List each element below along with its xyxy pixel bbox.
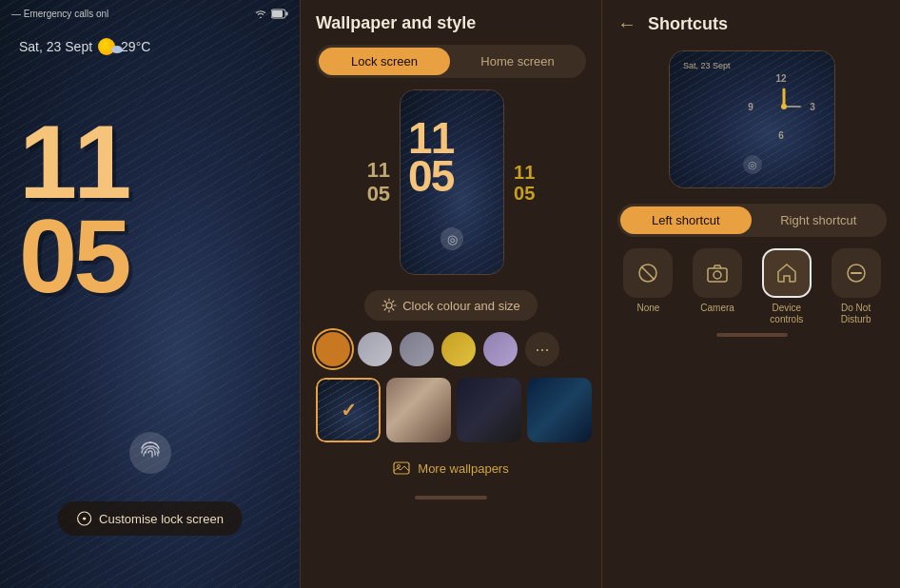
svg-text:12: 12 xyxy=(775,73,787,84)
shortcut-camera-item[interactable]: Camera xyxy=(687,248,749,325)
svg-point-4 xyxy=(386,303,392,308)
shortcuts-header: ← Shortcuts xyxy=(602,0,900,43)
shortcut-tabs: Left shortcut Right shortcut xyxy=(617,204,887,237)
svg-text:9: 9 xyxy=(748,102,753,112)
clock-btn-label: Clock colour and size xyxy=(402,299,520,313)
tab-left-shortcut[interactable]: Left shortcut xyxy=(620,206,752,234)
analog-clock: 12 3 6 9 xyxy=(746,69,822,145)
tab-home-screen[interactable]: Home screen xyxy=(452,48,583,75)
weather-icon xyxy=(98,38,115,55)
selected-check xyxy=(316,378,381,442)
shortcuts-phone-preview: Sat, 23 Sept 12 3 6 9 ◎ xyxy=(669,50,835,188)
shortcuts-phone-date: Sat, 23 Sept xyxy=(683,61,731,70)
clock-hour: 11 xyxy=(19,114,127,208)
customise-label: Customise lock screen xyxy=(99,512,224,526)
wallpaper-thumbnails xyxy=(301,372,601,448)
shortcut-device-controls-box xyxy=(762,248,812,298)
gear-icon xyxy=(382,298,397,313)
svg-point-17 xyxy=(714,271,721,279)
clock-colour-size-button[interactable]: Clock colour and size xyxy=(364,290,538,321)
shortcut-none-box xyxy=(623,248,673,298)
more-wallpapers-button[interactable]: More wallpapers xyxy=(316,454,586,482)
shortcuts-title: Shortcuts xyxy=(648,14,728,34)
fingerprint-svg xyxy=(139,441,162,464)
customise-icon xyxy=(76,511,91,526)
color-swatch-warm-orange[interactable] xyxy=(316,332,350,366)
wallpaper-thumb-4[interactable] xyxy=(527,378,592,442)
wallpaper-thumb-1[interactable] xyxy=(316,378,381,442)
date-label: Sat, 23 Sept xyxy=(19,39,92,54)
clock-display: 11 05 xyxy=(19,114,127,303)
battery-icon xyxy=(271,9,288,19)
svg-text:3: 3 xyxy=(810,102,815,112)
color-swatch-row: ··· xyxy=(301,326,601,372)
add-photo-icon xyxy=(393,460,410,477)
date-weather: Sat, 23 Sept 29°C xyxy=(19,38,150,55)
phone-preview-fingerprint: ◎ xyxy=(440,227,463,250)
shortcut-device-controls-item[interactable]: Device controls xyxy=(756,248,818,325)
lock-screen-panel: — Emergency calls onl Sat, 23 Sept 29°C … xyxy=(0,0,300,588)
shortcut-camera-box xyxy=(693,248,742,298)
wallpaper-header: Wallpaper and style xyxy=(301,0,601,41)
color-swatch-gold[interactable] xyxy=(441,332,476,366)
fingerprint-icon[interactable] xyxy=(129,432,171,474)
bottom-indicator xyxy=(415,496,487,500)
wifi-icon xyxy=(254,8,267,19)
none-icon xyxy=(636,262,659,284)
shortcut-device-controls-label: Device controls xyxy=(756,303,818,325)
do-not-disturb-icon xyxy=(845,262,868,284)
shortcut-dnd-box xyxy=(832,248,881,298)
phone-preview-clock: 11 05 xyxy=(408,119,453,196)
status-bar: — Emergency calls onl xyxy=(0,8,300,19)
shortcut-dnd-label: Do Not Disturb xyxy=(825,303,887,325)
shortcut-camera-label: Camera xyxy=(700,303,734,314)
wallpaper-tabs: Lock screen Home screen xyxy=(316,45,586,78)
more-wallpapers-label: More wallpapers xyxy=(418,461,508,476)
svg-point-6 xyxy=(398,465,401,468)
color-swatch-silver[interactable] xyxy=(358,332,392,366)
tab-lock-screen[interactable]: Lock screen xyxy=(319,48,450,75)
status-icons xyxy=(254,8,288,19)
svg-rect-2 xyxy=(286,11,288,15)
color-swatch-lavender[interactable] xyxy=(483,332,518,366)
tab-right-shortcut[interactable]: Right shortcut xyxy=(753,206,885,234)
shortcut-dnd-item[interactable]: Do Not Disturb xyxy=(825,248,887,325)
camera-icon xyxy=(706,262,729,284)
p3-bottom-indicator xyxy=(716,333,788,337)
phone-preview[interactable]: 11 05 ◎ xyxy=(400,89,504,275)
clock-preview-area: 11 05 11 05 ◎ 11 05 xyxy=(301,89,601,275)
clock-minute: 05 xyxy=(19,208,127,303)
svg-rect-16 xyxy=(708,268,727,282)
shortcuts-panel: ← Shortcuts Sat, 23 Sept 12 3 6 9 ◎ Left… xyxy=(602,0,900,588)
shortcut-icons-grid: None Camera Device controls xyxy=(602,248,900,325)
customise-lock-screen-button[interactable]: Customise lock screen xyxy=(57,501,243,536)
svg-text:6: 6 xyxy=(778,130,784,141)
shortcut-none-label: None xyxy=(636,303,659,314)
svg-point-13 xyxy=(781,104,787,109)
shortcut-none-item[interactable]: None xyxy=(617,248,679,325)
svg-line-15 xyxy=(641,266,655,280)
clock-preview-left: 11 05 xyxy=(367,159,390,205)
wallpaper-style-panel: Wallpaper and style Lock screen Home scr… xyxy=(301,0,601,588)
wallpaper-thumb-2[interactable] xyxy=(386,378,451,442)
clock-preview-right: 11 05 xyxy=(514,162,535,204)
color-swatch-gray[interactable] xyxy=(400,332,434,366)
emergency-label: — Emergency calls onl xyxy=(11,9,108,19)
back-button[interactable]: ← xyxy=(617,13,636,35)
clock-digits: 11 05 xyxy=(19,114,127,303)
temperature-label: 29°C xyxy=(121,39,150,54)
home-icon xyxy=(775,262,798,284)
wallpaper-thumb-3[interactable] xyxy=(457,378,521,442)
shortcuts-phone-fingerprint: ◎ xyxy=(743,155,762,174)
more-colors-button[interactable]: ··· xyxy=(525,332,559,366)
svg-rect-1 xyxy=(272,10,283,17)
